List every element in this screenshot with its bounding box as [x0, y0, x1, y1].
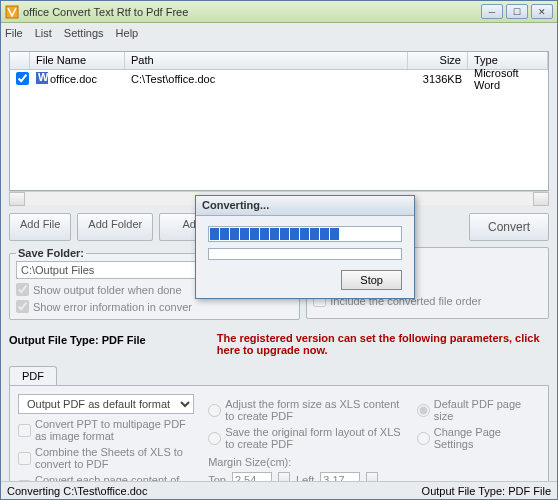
progress-bar-1 [208, 226, 402, 242]
show-error-checkbox[interactable] [16, 300, 29, 313]
add-file-button[interactable]: Add File [9, 213, 71, 241]
app-icon [5, 5, 19, 19]
app-title: office Convert Text Rtf to Pdf Free [23, 6, 481, 18]
stop-button[interactable]: Stop [341, 270, 402, 290]
ppt-multipage-checkbox[interactable] [18, 424, 31, 437]
menu-list[interactable]: List [35, 27, 52, 39]
col-path[interactable]: Path [125, 52, 408, 69]
margin-label: Margin Size(cm): [208, 456, 403, 468]
maximize-button[interactable]: ☐ [506, 4, 528, 19]
close-button[interactable]: ✕ [531, 4, 553, 19]
table-row[interactable]: W office.doc C:\Test\office.doc 3136KB M… [10, 70, 548, 88]
menu-file[interactable]: File [5, 27, 23, 39]
row-path: C:\Test\office.doc [125, 71, 408, 87]
col-filename[interactable]: File Name [30, 52, 125, 69]
menu-settings[interactable]: Settings [64, 27, 104, 39]
minimize-button[interactable]: ─ [481, 4, 503, 19]
save-layout-radio[interactable] [208, 432, 221, 445]
menu-help[interactable]: Help [116, 27, 139, 39]
title-bar: office Convert Text Rtf to Pdf Free ─ ☐ … [1, 1, 557, 23]
menu-bar: File List Settings Help [1, 23, 557, 43]
tab-pdf[interactable]: PDF [9, 366, 57, 385]
status-right: Output File Type: PDF File [422, 485, 551, 497]
upgrade-warning[interactable]: The registered version can set the follo… [209, 332, 549, 356]
row-name: office.doc [50, 73, 97, 85]
col-size[interactable]: Size [408, 52, 468, 69]
output-filetype-label: Output File Type: PDF File [9, 334, 199, 346]
status-bar: Converting C:\Test\office.doc Output Fil… [1, 481, 557, 499]
word-icon: W [36, 72, 48, 86]
row-type: Microsoft Word [468, 65, 548, 93]
row-size: 3136KB [408, 71, 468, 87]
converting-dialog: Converting... Stop [195, 195, 415, 299]
add-folder-button[interactable]: Add Folder [77, 213, 153, 241]
svg-text:W: W [38, 72, 48, 83]
file-list[interactable]: File Name Path Size Type W office.doc C:… [9, 51, 549, 191]
progress-bar-2 [208, 248, 402, 260]
combine-xls-checkbox[interactable] [18, 452, 31, 465]
convert-button[interactable]: Convert [469, 213, 549, 241]
dialog-title: Converting... [196, 196, 414, 216]
default-size-radio[interactable] [417, 404, 430, 417]
save-folder-legend: Save Folder: [16, 247, 86, 259]
change-settings-radio[interactable] [417, 432, 430, 445]
row-checkbox[interactable] [16, 72, 29, 85]
pdf-format-select[interactable]: Output PDF as default format [18, 394, 194, 414]
show-output-checkbox[interactable] [16, 283, 29, 296]
adjust-form-radio[interactable] [208, 404, 221, 417]
status-left: Converting C:\Test\office.doc [7, 485, 422, 497]
